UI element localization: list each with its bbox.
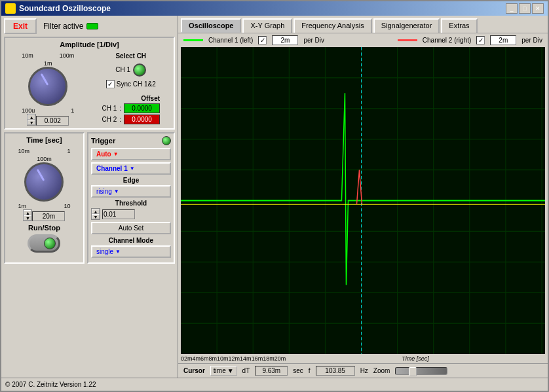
trigger-auto-label: Auto [96,151,111,158]
f-label: f [309,367,311,374]
time-label-1m: 1m [18,203,26,209]
tab-xy-graph[interactable]: X-Y Graph [242,18,292,33]
amplitude-value[interactable]: 0.002 [36,116,69,126]
time-label-12m: 12m [229,355,240,362]
sync-checkbox[interactable]: ✓ [106,80,115,88]
dt-label: dT [242,367,250,374]
titlebar-buttons: _ □ ✕ [506,3,544,14]
ch2-offset-input[interactable]: 0.0000 [124,115,160,124]
amplitude-knob-indicator [41,73,49,86]
minimize-button[interactable]: _ [506,3,518,14]
scope-canvas [181,47,545,354]
ch2-color-indicator [398,39,417,41]
ch2-enabled-checkbox[interactable]: ✓ [476,36,485,45]
trigger-header: Trigger [91,136,171,145]
time-label-16m: 16m [252,355,263,362]
ch1-per-div-unit: per Div [303,37,324,44]
titlebar: Soundcard Oszilloscope _ □ ✕ [1,1,548,16]
maximize-button[interactable]: □ [519,3,531,14]
ch1-circle[interactable] [133,63,146,77]
amplitude-spinner[interactable]: ▲ ▼ [27,114,36,126]
trigger-led [162,136,171,145]
amplitude-spinner-down[interactable]: ▼ [28,120,35,125]
time-spinner[interactable]: ▲ ▼ [23,209,32,221]
time-label-10: 10 [64,203,70,209]
zoom-thumb[interactable] [409,367,417,376]
close-button[interactable]: ✕ [532,3,544,14]
trigger-title: Trigger [91,137,115,145]
trigger-rising-button[interactable]: rising ▼ [91,185,171,198]
amplitude-panel: Amplitude [1/Div] 10m 100m 1m [4,37,175,130]
time-knob[interactable] [24,162,64,202]
amplitude-spinner-up[interactable]: ▲ [28,115,35,120]
ch1-label: Channel 1 (left) [208,37,253,44]
time-value[interactable]: 20m [32,211,65,221]
dt-value-input[interactable] [255,366,288,376]
time-panel: Time [sec] 10m 1 100m 1m 10 [4,132,85,264]
trigger-auto-button[interactable]: Auto ▼ [91,148,171,160]
amp-label-100u: 100u [22,107,35,114]
offset-title: Offset [102,95,160,102]
ch2-per-div-input[interactable] [490,35,516,45]
run-stop-indicator [44,238,56,249]
auto-set-button[interactable]: Auto Set [91,222,171,234]
f-value-input[interactable] [316,366,355,376]
offset-area: Offset CH 1 : 0.0000 CH 2 : 0.0000 [102,95,160,126]
threshold-spinner-up[interactable]: ▲ [92,209,100,214]
tab-signalgenerator[interactable]: Signalgenerator [373,18,440,33]
zoom-slider[interactable] [395,367,447,375]
time-label-1: 1 [67,148,70,154]
amp-label-1m: 1m [44,60,52,67]
tab-extras[interactable]: Extras [441,18,477,33]
ch2-label: Channel 2 (right) [423,37,471,44]
time-axis: 0 2m 4m 6m 8m 10m 12m 14m 16m 18m 20m Ti… [178,354,548,363]
threshold-input[interactable] [102,209,135,219]
amplitude-knob[interactable] [28,67,67,106]
trigger-channel-label: Channel 1 [96,165,128,172]
tabs-bar: Oscilloscope X-Y Graph Frequency Analysi… [178,16,548,33]
time-unit-label: Time [sec] [286,355,545,362]
window-title: Soundcard Oszilloscope [19,4,111,13]
main-content: Exit Filter active Amplitude [1/Div] 10m… [1,16,548,378]
time-spinner-down[interactable]: ▼ [24,215,31,221]
ch1-enabled-checkbox[interactable]: ✓ [258,36,267,45]
filter-active-indicator: Filter active [43,22,98,31]
cursor-type-value: time [214,367,226,374]
run-stop-label: Run/Stop [28,224,60,232]
cursor-type-dropdown[interactable]: time ▼ [210,366,237,376]
trigger-channel-button[interactable]: Channel 1 ▼ [91,162,171,175]
scope-svg [181,47,545,354]
tab-oscilloscope[interactable]: Oscilloscope [181,18,241,33]
trigger-auto-arrow: ▼ [113,151,119,157]
ch2-offset-label: CH 2 [102,116,117,123]
tab-frequency-analysis[interactable]: Frequency Analysis [293,18,371,33]
channel-mode-value: single [96,248,113,255]
top-bar: Exit Filter active [4,18,175,34]
threshold-spinner[interactable]: ▲ ▼ [91,208,100,220]
sync-row: ✓ Sync CH 1&2 [106,80,156,88]
amp-label-10m: 10m [22,52,33,59]
threshold-spinner-down[interactable]: ▼ [92,214,100,219]
amplitude-body: 10m 100m 1m 100u 1 [8,52,171,126]
ch1-label: CH 1 [115,66,130,73]
ch1-per-div-input[interactable] [272,35,298,45]
threshold-label: Threshold [91,200,171,207]
time-label-2m: 2m [184,355,193,362]
exit-button[interactable]: Exit [4,18,37,34]
amplitude-title: Amplitude [1/Div] [8,41,171,48]
channel-mode-button[interactable]: single ▼ [91,245,171,258]
select-ch-label: Select CH [115,52,146,60]
time-spinner-up[interactable]: ▲ [24,210,31,215]
time-trigger-section: Time [sec] 10m 1 100m 1m 10 [4,132,175,266]
ch2-per-div-unit: per Div [521,37,542,44]
select-ch-area: Select CH CH 1 ✓ Sync CH 1&2 Offset [91,52,172,126]
amplitude-value-row: ▲ ▼ 0.002 [27,114,69,126]
time-label-6m: 6m [200,355,209,362]
filter-active-led [86,23,98,29]
ch1-offset-input[interactable]: 0.0000 [124,103,160,113]
channel-bar: Channel 1 (left) ✓ per Div Channel 2 (ri… [178,33,548,47]
main-window: Soundcard Oszilloscope _ □ ✕ Exit Filter… [0,0,549,392]
time-bottom-labels: 1m 10 [18,203,70,209]
time-label-100m: 100m [37,156,52,162]
run-stop-button[interactable] [28,234,60,253]
